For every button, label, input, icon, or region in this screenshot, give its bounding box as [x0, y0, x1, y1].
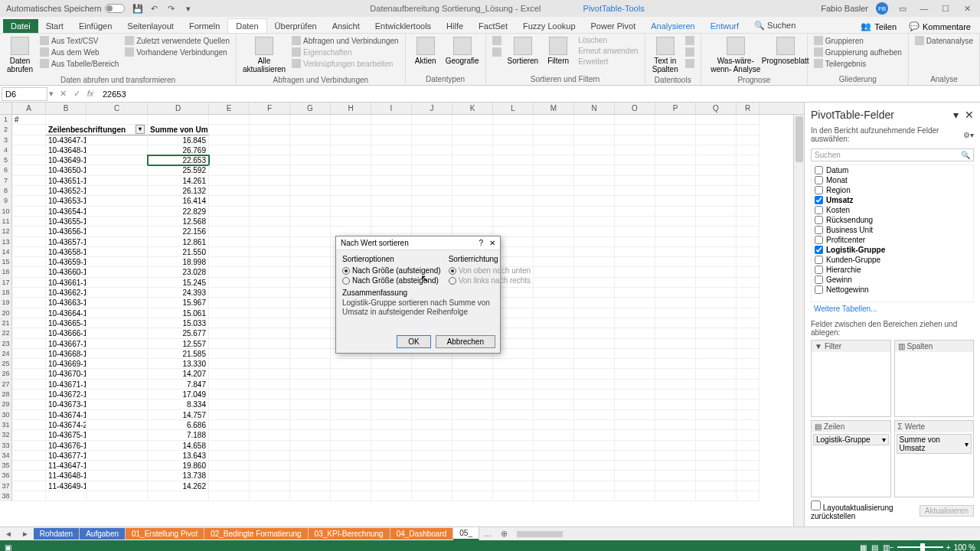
cell[interactable] — [737, 267, 760, 277]
cell[interactable] — [209, 186, 250, 196]
cell[interactable] — [87, 399, 148, 409]
cell[interactable] — [574, 471, 615, 481]
cell[interactable] — [250, 278, 290, 288]
cell[interactable] — [574, 165, 615, 175]
cell[interactable] — [209, 339, 250, 349]
cell[interactable] — [655, 115, 696, 125]
cell[interactable] — [534, 380, 574, 390]
cell[interactable] — [209, 267, 250, 277]
col-header[interactable]: Q — [696, 103, 737, 114]
cell[interactable] — [493, 165, 534, 175]
cell[interactable] — [534, 471, 574, 481]
cell[interactable] — [148, 115, 209, 125]
row-header[interactable]: 36 — [0, 471, 12, 481]
cell[interactable] — [655, 441, 696, 451]
cell[interactable]: 10-43648-1 — [46, 145, 87, 155]
cell[interactable] — [371, 461, 412, 471]
cell[interactable] — [696, 410, 737, 420]
cell[interactable] — [452, 207, 493, 217]
cell[interactable] — [209, 196, 250, 206]
tab-insert[interactable]: Einfügen — [71, 19, 119, 33]
cell[interactable]: 12.861 — [148, 237, 209, 247]
cell[interactable]: 26.769 — [148, 145, 209, 155]
cell[interactable]: 19.860 — [148, 461, 209, 471]
cell[interactable] — [655, 267, 696, 277]
row-header[interactable]: 33 — [0, 441, 12, 451]
cell[interactable] — [452, 380, 493, 390]
dt2[interactable] — [684, 47, 696, 57]
cell[interactable]: 25.592 — [148, 165, 209, 175]
cell[interactable] — [12, 359, 46, 369]
cell[interactable] — [290, 288, 331, 298]
cell[interactable] — [87, 186, 148, 196]
row-field-item[interactable]: Logistik-Gruppe▾ — [813, 434, 889, 445]
zoom-in-icon[interactable]: + — [946, 543, 951, 552]
cell[interactable] — [452, 217, 493, 227]
cell[interactable] — [209, 318, 250, 328]
cell[interactable] — [412, 461, 452, 471]
cell[interactable] — [737, 125, 760, 135]
cell[interactable] — [452, 430, 493, 440]
cell[interactable] — [250, 115, 290, 125]
cell[interactable] — [12, 451, 46, 461]
cell[interactable]: 24.393 — [148, 288, 209, 298]
cell[interactable] — [331, 115, 371, 125]
cell[interactable] — [696, 135, 737, 145]
cell[interactable] — [250, 369, 290, 379]
defer-layout-checkbox[interactable]: Layoutaktualisierung zurückstellen — [811, 500, 920, 520]
cell[interactable] — [737, 410, 760, 420]
cell[interactable] — [615, 145, 655, 155]
cell[interactable] — [574, 155, 615, 165]
redo-icon[interactable]: ↷ — [166, 3, 177, 14]
pivot-field[interactable]: Umsatz — [812, 195, 973, 205]
cell[interactable] — [534, 298, 574, 308]
vertical-scrollbar[interactable] — [793, 115, 804, 527]
sort-za[interactable] — [491, 47, 503, 57]
cell[interactable] — [737, 461, 760, 471]
cell[interactable] — [452, 369, 493, 379]
cell[interactable] — [696, 390, 737, 399]
cell[interactable] — [12, 278, 46, 288]
cell[interactable] — [574, 380, 615, 390]
cell[interactable]: 14.261 — [148, 176, 209, 186]
cell[interactable] — [87, 410, 148, 420]
cell[interactable] — [615, 441, 655, 451]
cell[interactable]: 14.207 — [148, 369, 209, 379]
cell[interactable]: 10-43654-1 — [46, 207, 87, 217]
cell[interactable]: 7.847 — [148, 380, 209, 390]
cell[interactable] — [331, 481, 371, 491]
cell[interactable] — [12, 298, 46, 308]
cell[interactable] — [615, 451, 655, 461]
cell[interactable] — [574, 237, 615, 247]
cell[interactable] — [12, 176, 46, 186]
cell[interactable] — [290, 339, 331, 349]
cell[interactable] — [452, 410, 493, 420]
cell[interactable] — [290, 217, 331, 227]
cell[interactable] — [412, 217, 452, 227]
row-header[interactable]: 21 — [0, 318, 12, 328]
page-layout-icon[interactable]: ▤ — [871, 543, 878, 552]
geography-button[interactable]: Geografie — [444, 35, 481, 67]
cell[interactable] — [87, 278, 148, 288]
cell[interactable] — [655, 420, 696, 430]
page-break-icon[interactable]: ▥ — [883, 543, 890, 552]
tab-view[interactable]: Ansicht — [325, 19, 368, 33]
cell[interactable] — [290, 257, 331, 267]
cell[interactable] — [452, 390, 493, 399]
cell[interactable] — [250, 207, 290, 217]
cell[interactable] — [574, 196, 615, 206]
cell[interactable] — [737, 399, 760, 409]
cell[interactable]: 10-43659-1 — [46, 257, 87, 267]
cell[interactable] — [290, 196, 331, 206]
cell[interactable] — [696, 298, 737, 308]
cell[interactable] — [655, 227, 696, 236]
row-header[interactable]: 17 — [0, 278, 12, 288]
sort-descending-radio[interactable]: Nach Größe (absteigend) — [342, 276, 441, 285]
pivot-field[interactable]: Profitcenter — [812, 235, 973, 245]
cell[interactable]: 10-43674-1 — [46, 410, 87, 420]
cell[interactable] — [534, 420, 574, 430]
panel-close-icon[interactable]: ✕ — [965, 109, 974, 121]
dialog-help-icon[interactable]: ? — [479, 239, 483, 247]
cell[interactable] — [412, 359, 452, 369]
cell[interactable] — [331, 461, 371, 471]
